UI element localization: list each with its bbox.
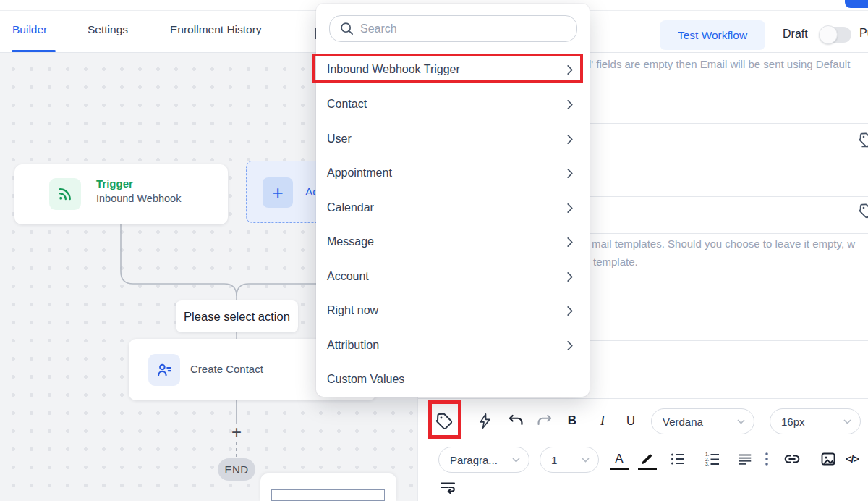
line-height-select[interactable]: 1 — [540, 447, 599, 473]
chevron-down-icon — [512, 458, 520, 463]
test-workflow-button[interactable]: Test Workflow — [660, 20, 765, 50]
trigger-node-card[interactable]: Trigger Inbound Webhook — [14, 164, 228, 224]
menu-item-label: Contact — [327, 98, 367, 111]
draft-label: Draft — [783, 28, 808, 41]
partial-node-field — [271, 489, 385, 501]
menu-item-label: Account — [327, 270, 369, 283]
trigger-node-subtitle: Inbound Webhook — [96, 193, 181, 204]
menu-item-label: Custom Values — [327, 373, 404, 386]
font-size-value: 16px — [781, 416, 805, 428]
menu-item-label: Message — [327, 235, 374, 248]
create-contact-icon — [148, 354, 180, 386]
bullet-list-button[interactable] — [667, 448, 689, 470]
text-color-label: A — [615, 452, 623, 466]
search-box[interactable] — [329, 15, 577, 42]
font-family-value: Verdana — [663, 416, 703, 428]
chevron-down-icon — [582, 458, 590, 463]
link-button[interactable] — [781, 448, 803, 470]
menu-item-account[interactable]: Account — [316, 262, 590, 291]
text-color-button[interactable]: A — [608, 448, 630, 470]
menu-item-label: Right now — [327, 304, 378, 317]
chevron-down-icon — [843, 419, 851, 424]
bold-button[interactable]: B — [561, 410, 583, 431]
chevron-right-icon — [566, 99, 574, 110]
webhook-rss-icon — [49, 178, 81, 210]
image-button[interactable] — [817, 448, 839, 470]
toolbar-divider — [418, 398, 868, 399]
menu-item-label: Appointment — [327, 167, 392, 180]
font-size-select[interactable]: 16px — [770, 408, 861, 434]
workflow-builder-app: Trigger Inbound Webhook + Add Please sel… — [0, 0, 868, 501]
underline-button[interactable]: U — [620, 410, 642, 431]
svg-text:3.: 3. — [705, 461, 710, 466]
annotation-box-tag-button — [428, 400, 461, 439]
merge-tag-icon[interactable] — [858, 131, 868, 148]
annotation-box-webhook-trigger — [312, 54, 583, 83]
chevron-right-icon — [566, 168, 574, 179]
italic-button[interactable]: I — [592, 410, 613, 431]
plus-icon: + — [263, 177, 293, 208]
more-options-button[interactable] — [756, 448, 778, 470]
chevron-down-icon — [737, 419, 745, 424]
publish-label-partial: Pu — [859, 27, 868, 40]
search-input[interactable] — [360, 22, 556, 35]
numbered-list-button[interactable]: 1. 2. 3. — [702, 448, 723, 470]
insert-step-button[interactable]: + — [229, 423, 244, 442]
code-view-button[interactable]: </> — [841, 448, 863, 470]
undo-button[interactable] — [505, 410, 527, 431]
highlight-color-button[interactable] — [637, 448, 658, 470]
helper-text-mid-2: template. — [593, 256, 638, 268]
menu-item-label: User — [327, 132, 352, 146]
text-color-bar — [610, 468, 629, 470]
text-wrap-button[interactable] — [437, 476, 459, 498]
toggle-knob — [819, 25, 838, 44]
tab-enrollment-history[interactable]: Enrollment History — [170, 23, 262, 36]
chevron-right-icon — [566, 271, 574, 282]
line-height-value: 1 — [551, 454, 557, 466]
helper-text-top: l' fields are empty then Email will be s… — [589, 58, 850, 70]
partial-node-card[interactable] — [260, 473, 396, 501]
menu-item-custom-values[interactable]: Custom Values — [316, 365, 590, 394]
chevron-right-icon — [566, 203, 574, 214]
end-badge: END — [218, 458, 255, 481]
trigger-link-lightning-button[interactable] — [474, 410, 495, 431]
helper-text-mid-1: mail templates. Should you choose to lea… — [592, 237, 855, 250]
highlight-color-bar — [638, 468, 657, 470]
redo-button[interactable] — [534, 410, 556, 431]
paragraph-style-select[interactable]: Paragra... — [438, 447, 529, 473]
cutoff-blue-button[interactable] — [845, 0, 868, 8]
tab-settings[interactable]: Settings — [88, 23, 128, 36]
menu-item-contact[interactable]: Contact — [316, 90, 590, 119]
create-contact-label: Create Contact — [190, 363, 263, 375]
menu-item-message[interactable]: Message — [316, 227, 590, 256]
merge-tag-icon[interactable] — [858, 202, 868, 219]
menu-item-right-now[interactable]: Right now — [316, 296, 590, 325]
paragraph-style-value: Paragra... — [450, 454, 498, 466]
menu-item-attribution[interactable]: Attribution — [316, 331, 590, 360]
chevron-right-icon — [566, 306, 574, 316]
menu-item-calendar[interactable]: Calendar — [316, 193, 590, 222]
menu-item-appointment[interactable]: Appointment — [316, 159, 590, 188]
chevron-right-icon — [566, 134, 574, 145]
menu-item-user[interactable]: User — [316, 125, 590, 153]
menu-item-label: Calendar — [327, 201, 374, 214]
trigger-node-title: Trigger — [96, 177, 133, 190]
select-action-prompt: Please select action — [176, 300, 298, 332]
chevron-right-icon — [566, 340, 574, 351]
tab-builder[interactable]: Builder — [12, 23, 47, 36]
search-icon — [340, 22, 354, 35]
menu-item-label: Attribution — [327, 339, 379, 352]
active-tab-underline — [12, 50, 56, 52]
font-family-select[interactable]: Verdana — [651, 408, 754, 434]
align-button[interactable] — [734, 448, 756, 470]
chevron-right-icon — [566, 237, 574, 248]
publish-toggle[interactable] — [820, 27, 851, 43]
